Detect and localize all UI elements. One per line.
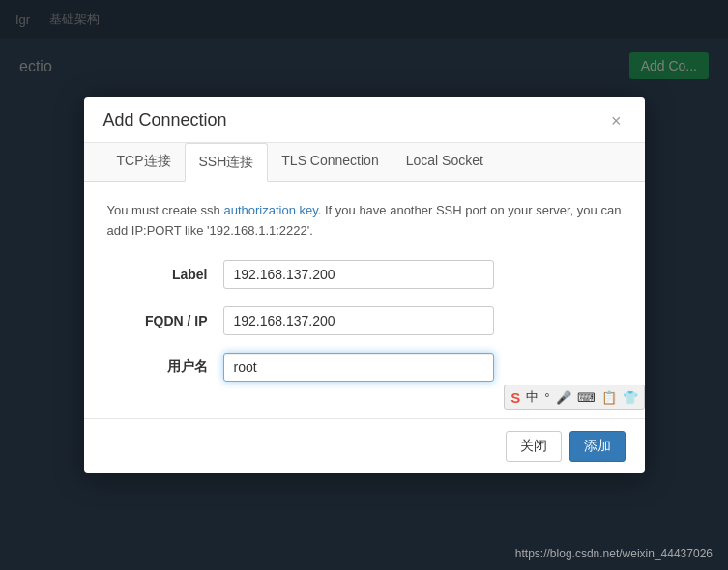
modal-body: You must create ssh authorization key. I… — [84, 182, 645, 419]
tab-tls[interactable]: TLS Connection — [268, 143, 392, 182]
info-text-part1: You must create ssh — [107, 203, 224, 217]
tab-local-socket[interactable]: Local Socket — [393, 143, 497, 182]
ime-chinese-icon: 中 — [526, 388, 539, 406]
add-button[interactable]: 添加 — [569, 431, 626, 462]
ime-clip-icon: 📋 — [601, 390, 617, 405]
modal-header: Add Connection × — [84, 97, 645, 143]
info-text: You must create ssh authorization key. I… — [107, 201, 622, 242]
form-group-username: 用户名 — [107, 353, 622, 382]
ime-keyboard-icon: ⌨ — [577, 390, 596, 405]
modal-overlay: Add Connection × TCP连接 SSH连接 TLS Connect… — [0, 0, 728, 570]
fqdn-field-label: FQDN / IP — [107, 313, 223, 328]
modal-dialog: Add Connection × TCP连接 SSH连接 TLS Connect… — [84, 97, 645, 474]
username-input[interactable] — [223, 353, 494, 382]
ime-s-icon: S — [510, 389, 520, 406]
ime-dot-icon: ° — [544, 390, 549, 405]
close-button[interactable]: 关闭 — [506, 431, 562, 462]
ime-toolbar: S 中 ° 🎤 ⌨ 📋 👕 — [504, 385, 644, 410]
modal-tabs: TCP连接 SSH连接 TLS Connection Local Socket — [84, 143, 645, 182]
modal-close-button[interactable]: × — [607, 112, 626, 129]
form-group-fqdn: FQDN / IP — [107, 306, 622, 335]
ime-mic-icon: 🎤 — [556, 390, 571, 405]
tab-tcp[interactable]: TCP连接 — [103, 143, 185, 182]
modal-title: Add Connection — [103, 110, 227, 142]
modal-footer: S 中 ° 🎤 ⌨ 📋 👕 关闭 添加 — [84, 418, 645, 473]
tab-ssh[interactable]: SSH连接 — [185, 143, 269, 182]
bottom-link: https://blog.csdn.net/weixin_44437026 — [515, 547, 713, 560]
form-group-label: Label — [107, 260, 622, 289]
ime-shirt-icon: 👕 — [623, 390, 638, 405]
fqdn-input[interactable] — [223, 306, 494, 335]
label-input[interactable] — [223, 260, 494, 289]
username-field-label: 用户名 — [107, 358, 223, 376]
label-field-label: Label — [107, 267, 223, 282]
authorization-key-link[interactable]: authorization key — [223, 203, 317, 217]
